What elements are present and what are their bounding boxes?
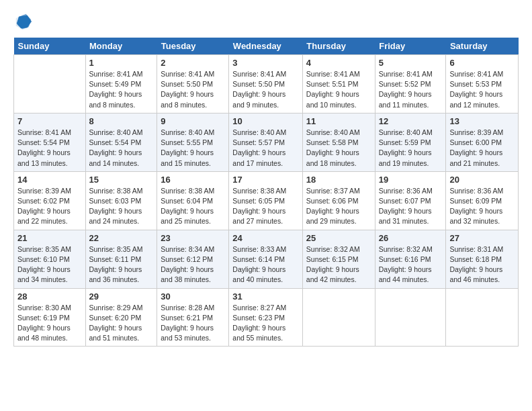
calendar-cell: 12Sunrise: 8:40 AM Sunset: 5:59 PM Dayli… xyxy=(375,113,446,171)
day-info: Sunrise: 8:40 AM Sunset: 5:55 PM Dayligh… xyxy=(161,128,225,169)
day-number: 16 xyxy=(161,175,225,185)
day-info: Sunrise: 8:29 AM Sunset: 6:20 PM Dayligh… xyxy=(89,303,154,344)
weekday-header-row: SundayMondayTuesdayWednesdayThursdayFrid… xyxy=(14,38,519,55)
day-number: 13 xyxy=(449,116,515,126)
day-info: Sunrise: 8:36 AM Sunset: 6:07 PM Dayligh… xyxy=(379,186,443,227)
calendar-cell: 22Sunrise: 8:35 AM Sunset: 6:11 PM Dayli… xyxy=(85,230,157,288)
calendar-cell: 8Sunrise: 8:40 AM Sunset: 5:54 PM Daylig… xyxy=(85,113,157,171)
calendar-cell: 13Sunrise: 8:39 AM Sunset: 6:00 PM Dayli… xyxy=(446,113,519,171)
day-info: Sunrise: 8:32 AM Sunset: 6:15 PM Dayligh… xyxy=(306,244,371,285)
day-info: Sunrise: 8:40 AM Sunset: 5:59 PM Dayligh… xyxy=(379,128,443,169)
day-number: 8 xyxy=(89,116,154,126)
calendar-cell: 14Sunrise: 8:39 AM Sunset: 6:02 PM Dayli… xyxy=(14,171,86,230)
day-info: Sunrise: 8:32 AM Sunset: 6:16 PM Dayligh… xyxy=(379,244,443,285)
calendar-cell: 24Sunrise: 8:33 AM Sunset: 6:14 PM Dayli… xyxy=(229,230,303,288)
calendar-week-row: 28Sunrise: 8:30 AM Sunset: 6:19 PM Dayli… xyxy=(14,288,519,347)
day-number: 9 xyxy=(161,116,225,126)
day-info: Sunrise: 8:31 AM Sunset: 6:18 PM Dayligh… xyxy=(449,244,515,285)
day-info: Sunrise: 8:40 AM Sunset: 5:58 PM Dayligh… xyxy=(306,128,371,169)
day-number: 23 xyxy=(161,233,225,243)
calendar-cell: 16Sunrise: 8:38 AM Sunset: 6:04 PM Dayli… xyxy=(157,171,229,230)
day-number: 5 xyxy=(379,58,443,68)
calendar-cell: 4Sunrise: 8:41 AM Sunset: 5:51 PM Daylig… xyxy=(302,55,375,113)
calendar-cell: 25Sunrise: 8:32 AM Sunset: 6:15 PM Dayli… xyxy=(302,230,375,288)
day-number: 31 xyxy=(232,291,299,302)
weekday-header-sunday: Sunday xyxy=(14,38,86,55)
day-number: 2 xyxy=(161,58,225,68)
header xyxy=(13,12,519,31)
day-info: Sunrise: 8:34 AM Sunset: 6:12 PM Dayligh… xyxy=(161,244,225,285)
day-info: Sunrise: 8:38 AM Sunset: 6:05 PM Dayligh… xyxy=(232,186,299,227)
calendar-cell: 10Sunrise: 8:40 AM Sunset: 5:57 PM Dayli… xyxy=(229,113,303,171)
calendar-cell: 23Sunrise: 8:34 AM Sunset: 6:12 PM Dayli… xyxy=(157,230,229,288)
day-info: Sunrise: 8:35 AM Sunset: 6:11 PM Dayligh… xyxy=(89,244,154,285)
day-number: 20 xyxy=(449,175,515,185)
day-number: 15 xyxy=(89,175,154,185)
day-info: Sunrise: 8:30 AM Sunset: 6:19 PM Dayligh… xyxy=(17,303,82,344)
day-number: 18 xyxy=(306,175,371,185)
calendar-cell: 31Sunrise: 8:27 AM Sunset: 6:23 PM Dayli… xyxy=(229,288,303,347)
day-number: 12 xyxy=(379,116,443,126)
day-info: Sunrise: 8:41 AM Sunset: 5:50 PM Dayligh… xyxy=(232,69,299,110)
weekday-header-tuesday: Tuesday xyxy=(157,38,229,55)
calendar-cell: 11Sunrise: 8:40 AM Sunset: 5:58 PM Dayli… xyxy=(302,113,375,171)
day-number: 11 xyxy=(306,116,371,126)
calendar-cell: 29Sunrise: 8:29 AM Sunset: 6:20 PM Dayli… xyxy=(85,288,157,347)
day-info: Sunrise: 8:41 AM Sunset: 5:49 PM Dayligh… xyxy=(89,69,154,110)
page: SundayMondayTuesdayWednesdayThursdayFrid… xyxy=(0,0,532,411)
calendar-cell: 20Sunrise: 8:36 AM Sunset: 6:09 PM Dayli… xyxy=(446,171,519,230)
day-number: 14 xyxy=(17,175,82,185)
day-info: Sunrise: 8:36 AM Sunset: 6:09 PM Dayligh… xyxy=(449,186,515,227)
calendar-cell: 5Sunrise: 8:41 AM Sunset: 5:52 PM Daylig… xyxy=(375,55,446,113)
calendar-cell: 19Sunrise: 8:36 AM Sunset: 6:07 PM Dayli… xyxy=(375,171,446,230)
day-number: 7 xyxy=(17,116,82,126)
day-number: 6 xyxy=(449,58,515,68)
calendar-cell: 17Sunrise: 8:38 AM Sunset: 6:05 PM Dayli… xyxy=(229,171,303,230)
calendar-cell: 3Sunrise: 8:41 AM Sunset: 5:50 PM Daylig… xyxy=(229,55,303,113)
calendar-week-row: 21Sunrise: 8:35 AM Sunset: 6:10 PM Dayli… xyxy=(14,230,519,288)
calendar-table: SundayMondayTuesdayWednesdayThursdayFrid… xyxy=(13,38,519,347)
day-number: 3 xyxy=(232,58,299,68)
calendar-cell: 9Sunrise: 8:40 AM Sunset: 5:55 PM Daylig… xyxy=(157,113,229,171)
calendar-cell: 30Sunrise: 8:28 AM Sunset: 6:21 PM Dayli… xyxy=(157,288,229,347)
day-number: 27 xyxy=(449,233,515,243)
logo-icon xyxy=(13,12,32,31)
logo xyxy=(13,12,34,31)
day-number: 25 xyxy=(306,233,371,243)
calendar-cell: 18Sunrise: 8:37 AM Sunset: 6:06 PM Dayli… xyxy=(302,171,375,230)
calendar-cell xyxy=(14,55,86,113)
calendar-cell: 27Sunrise: 8:31 AM Sunset: 6:18 PM Dayli… xyxy=(446,230,519,288)
day-info: Sunrise: 8:35 AM Sunset: 6:10 PM Dayligh… xyxy=(17,244,82,285)
calendar-week-row: 1Sunrise: 8:41 AM Sunset: 5:49 PM Daylig… xyxy=(14,55,519,113)
day-info: Sunrise: 8:41 AM Sunset: 5:51 PM Dayligh… xyxy=(306,69,371,110)
calendar-week-row: 14Sunrise: 8:39 AM Sunset: 6:02 PM Dayli… xyxy=(14,171,519,230)
day-number: 17 xyxy=(232,175,299,185)
calendar-cell: 21Sunrise: 8:35 AM Sunset: 6:10 PM Dayli… xyxy=(14,230,86,288)
day-info: Sunrise: 8:39 AM Sunset: 6:00 PM Dayligh… xyxy=(449,128,515,169)
day-number: 10 xyxy=(232,116,299,126)
day-number: 1 xyxy=(89,58,154,68)
calendar-cell: 2Sunrise: 8:41 AM Sunset: 5:50 PM Daylig… xyxy=(157,55,229,113)
day-number: 26 xyxy=(379,233,443,243)
calendar-cell: 26Sunrise: 8:32 AM Sunset: 6:16 PM Dayli… xyxy=(375,230,446,288)
day-number: 28 xyxy=(17,291,82,302)
weekday-header-wednesday: Wednesday xyxy=(229,38,303,55)
calendar-cell: 7Sunrise: 8:41 AM Sunset: 5:54 PM Daylig… xyxy=(14,113,86,171)
day-info: Sunrise: 8:38 AM Sunset: 6:03 PM Dayligh… xyxy=(89,186,154,227)
day-info: Sunrise: 8:40 AM Sunset: 5:54 PM Dayligh… xyxy=(89,128,154,169)
day-info: Sunrise: 8:38 AM Sunset: 6:04 PM Dayligh… xyxy=(161,186,225,227)
day-info: Sunrise: 8:41 AM Sunset: 5:54 PM Dayligh… xyxy=(17,128,82,169)
day-number: 24 xyxy=(232,233,299,243)
day-info: Sunrise: 8:28 AM Sunset: 6:21 PM Dayligh… xyxy=(161,303,225,344)
day-info: Sunrise: 8:41 AM Sunset: 5:50 PM Dayligh… xyxy=(161,69,225,110)
day-info: Sunrise: 8:37 AM Sunset: 6:06 PM Dayligh… xyxy=(306,186,371,227)
calendar-week-row: 7Sunrise: 8:41 AM Sunset: 5:54 PM Daylig… xyxy=(14,113,519,171)
day-number: 29 xyxy=(89,291,154,302)
calendar-cell: 1Sunrise: 8:41 AM Sunset: 5:49 PM Daylig… xyxy=(85,55,157,113)
calendar-cell: 28Sunrise: 8:30 AM Sunset: 6:19 PM Dayli… xyxy=(14,288,86,347)
day-info: Sunrise: 8:41 AM Sunset: 5:53 PM Dayligh… xyxy=(449,69,515,110)
day-info: Sunrise: 8:41 AM Sunset: 5:52 PM Dayligh… xyxy=(379,69,443,110)
day-info: Sunrise: 8:40 AM Sunset: 5:57 PM Dayligh… xyxy=(232,128,299,169)
day-info: Sunrise: 8:39 AM Sunset: 6:02 PM Dayligh… xyxy=(17,186,82,227)
day-number: 19 xyxy=(379,175,443,185)
